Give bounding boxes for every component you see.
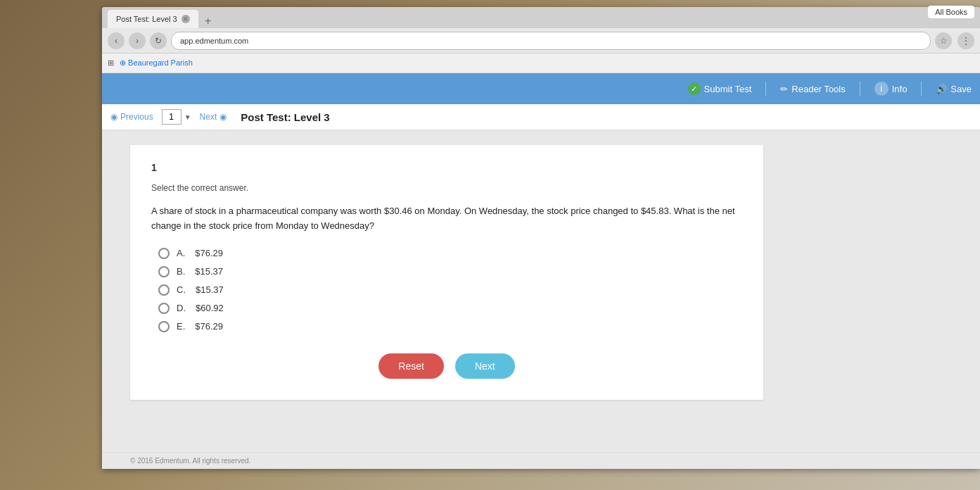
- info-icon: i: [874, 82, 889, 96]
- option-b[interactable]: B. $15.37: [158, 266, 742, 277]
- option-d-letter: D.: [177, 303, 186, 313]
- menu-button[interactable]: ⋮: [957, 32, 974, 49]
- tab-close-button[interactable]: ✕: [182, 15, 190, 23]
- tab-bar: Post Test: Level 3 ✕ +: [102, 7, 980, 28]
- active-tab[interactable]: Post Test: Level 3 ✕: [108, 10, 198, 28]
- pencil-icon: ✏: [780, 84, 788, 94]
- option-e[interactable]: E. $76.29: [158, 321, 742, 332]
- divider: [765, 82, 766, 96]
- info-label: Info: [892, 84, 908, 94]
- copyright-text: © 2016 Edmentum. All rights reserved.: [130, 457, 250, 465]
- option-c-letter: C.: [177, 284, 186, 295]
- check-icon: ✓: [688, 82, 701, 95]
- address-url: app.edmentum.com: [180, 37, 248, 45]
- all-books-label: All Books: [935, 8, 967, 16]
- option-a-letter: A.: [177, 248, 185, 258]
- next-label-nav: Next: [200, 112, 217, 122]
- radio-a[interactable]: [158, 248, 170, 259]
- new-tab-button[interactable]: +: [201, 14, 215, 28]
- footer: © 2016 Edmentum. All rights reserved.: [102, 452, 980, 469]
- question-instruction: Select the correct answer.: [151, 183, 742, 193]
- question-card: 1 Select the correct answer. A share of …: [130, 145, 763, 400]
- reader-tools-label: Reader Tools: [791, 84, 845, 94]
- test-title: Post Test: Level 3: [241, 111, 329, 123]
- info-button[interactable]: i Info: [874, 82, 908, 96]
- browser-actions: ☆ ⋮: [935, 32, 974, 49]
- test-nav-bar: ◉ Previous ▼ Next ◉ Post Test: Level 3: [102, 104, 980, 131]
- option-a-value: $76.29: [195, 248, 223, 258]
- question-num-box: ▼: [162, 109, 191, 125]
- option-d[interactable]: D. $60.92: [158, 303, 742, 314]
- reader-tools-button[interactable]: ✏ Reader Tools: [780, 84, 845, 94]
- option-b-value: $15.37: [195, 266, 223, 277]
- dropdown-arrow-icon: ▼: [184, 113, 191, 121]
- forward-button[interactable]: ›: [129, 32, 146, 49]
- bookmark-button[interactable]: ☆: [935, 32, 952, 49]
- prev-arrow-icon: ◉: [110, 112, 117, 122]
- question-number-label: 1: [151, 162, 742, 173]
- radio-d[interactable]: [158, 303, 170, 314]
- radio-b[interactable]: [158, 266, 170, 277]
- next-nav-button[interactable]: Next ◉: [200, 112, 227, 122]
- submit-test-button[interactable]: ✓ Submit Test: [688, 82, 752, 95]
- main-content: 1 Select the correct answer. A share of …: [102, 131, 980, 452]
- tab-label: Post Test: Level 3: [116, 15, 177, 23]
- option-e-value: $76.29: [195, 321, 223, 332]
- bookmark-item[interactable]: ⊕ Beauregard Parish: [120, 58, 193, 68]
- back-button[interactable]: ‹: [108, 32, 125, 49]
- divider3: [921, 82, 922, 96]
- browser-window: Post Test: Level 3 ✕ + ‹ › ↻ app.edmentu…: [102, 7, 980, 469]
- bookmarks-row: ⊞ ⊕ Beauregard Parish: [102, 54, 980, 73]
- save-button[interactable]: 🔊 Save: [936, 84, 972, 94]
- submit-test-label: Submit Test: [704, 84, 752, 94]
- address-bar-row: ‹ › ↻ app.edmentum.com ☆ ⋮: [102, 28, 980, 54]
- refresh-button[interactable]: ↻: [150, 32, 167, 49]
- reset-button[interactable]: Reset: [378, 353, 444, 379]
- volume-icon: 🔊: [936, 84, 947, 94]
- next-button[interactable]: Next: [455, 353, 515, 379]
- save-label: Save: [950, 84, 972, 94]
- answer-options: A. $76.29 B. $15.37 C. $15.37 D. $60.92: [158, 248, 742, 332]
- next-arrow-icon: ◉: [219, 112, 227, 122]
- radio-e[interactable]: [158, 321, 170, 332]
- question-text: A share of stock in a pharmaceutical com…: [151, 204, 742, 234]
- app-toolbar: ✓ Submit Test ✏ Reader Tools i Info 🔊 Sa…: [102, 73, 980, 104]
- question-number-input[interactable]: [162, 109, 182, 125]
- option-b-letter: B.: [177, 266, 185, 277]
- previous-label: Previous: [120, 112, 153, 122]
- radio-c[interactable]: [158, 284, 170, 296]
- option-c[interactable]: C. $15.37: [158, 284, 742, 296]
- action-buttons: Reset Next: [151, 353, 742, 379]
- option-c-value: $15.37: [196, 284, 224, 295]
- bookmarks-panel-label: ⊞: [108, 58, 114, 68]
- previous-button[interactable]: ◉ Previous: [110, 112, 153, 122]
- divider2: [860, 82, 860, 96]
- all-books-area[interactable]: All Books: [928, 6, 974, 18]
- option-e-letter: E.: [177, 321, 185, 332]
- option-d-value: $60.92: [196, 303, 224, 313]
- option-a[interactable]: A. $76.29: [158, 248, 742, 259]
- address-field[interactable]: app.edmentum.com: [171, 32, 931, 50]
